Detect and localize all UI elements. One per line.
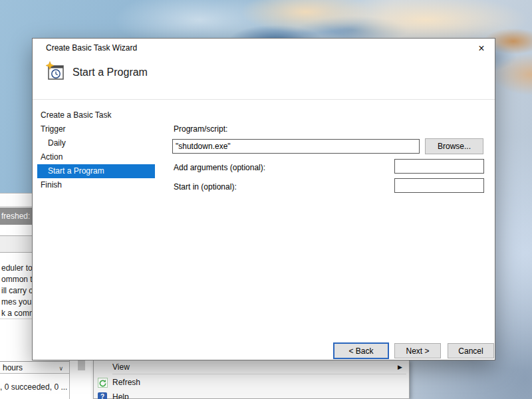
- menu-item-view[interactable]: View ▶: [94, 362, 409, 373]
- step-finish: Finish: [37, 178, 155, 192]
- step-trigger: Trigger: [37, 122, 155, 136]
- ts-panel-border: [69, 360, 70, 399]
- browse-button[interactable]: Browse...: [425, 138, 483, 154]
- header-divider: [33, 99, 495, 100]
- menu-separator: [112, 374, 406, 374]
- close-button[interactable]: ×: [473, 41, 489, 57]
- help-icon: ?: [98, 392, 107, 399]
- start-in-input[interactable]: [394, 178, 484, 193]
- submenu-arrow-icon: ▶: [398, 362, 402, 373]
- add-arguments-input[interactable]: [394, 159, 484, 174]
- program-script-input[interactable]: [172, 139, 420, 154]
- window-title: Create Basic Task Wizard: [46, 43, 137, 53]
- desktop-wallpaper: freshed: 28 eduler to ommon ta ill carry…: [0, 0, 532, 399]
- page-title: Start a Program: [72, 66, 148, 78]
- task-result-summary: , 0 succeeded, 0 ...: [0, 382, 67, 392]
- time-range-value: hours: [3, 363, 23, 372]
- cancel-button[interactable]: Cancel: [448, 343, 494, 358]
- next-button[interactable]: Next >: [394, 343, 441, 358]
- close-icon: ×: [478, 43, 484, 54]
- scrollbar-thumb[interactable]: [78, 360, 85, 370]
- menu-item-label: View: [112, 362, 130, 373]
- context-menu: View ▶ Refresh ? Help: [93, 360, 410, 399]
- refresh-icon: [98, 378, 108, 388]
- step-start-a-program: Start a Program: [37, 164, 155, 178]
- add-arguments-label: Add arguments (optional):: [174, 163, 265, 172]
- start-in-label: Start in (optional):: [174, 182, 237, 192]
- time-range-dropdown[interactable]: hours ∨: [0, 361, 69, 374]
- create-basic-task-wizard-dialog: Create Basic Task Wizard × Start a Progr…: [32, 38, 495, 360]
- program-script-label: Program/script:: [174, 124, 227, 134]
- menu-item-help[interactable]: ? Help: [94, 390, 409, 399]
- menu-item-label: Refresh: [112, 376, 140, 390]
- step-create-a-basic-task: Create a Basic Task: [37, 108, 155, 122]
- step-daily: Daily: [37, 136, 155, 150]
- step-action: Action: [37, 150, 155, 164]
- back-button[interactable]: < Back: [333, 342, 389, 359]
- wizard-steps: Create a Basic Task Trigger Daily Action…: [37, 108, 155, 192]
- chevron-down-icon: ∨: [59, 362, 63, 374]
- menu-item-label: Help: [112, 390, 129, 399]
- menu-item-refresh[interactable]: Refresh: [94, 376, 409, 390]
- create-task-icon: [45, 61, 66, 82]
